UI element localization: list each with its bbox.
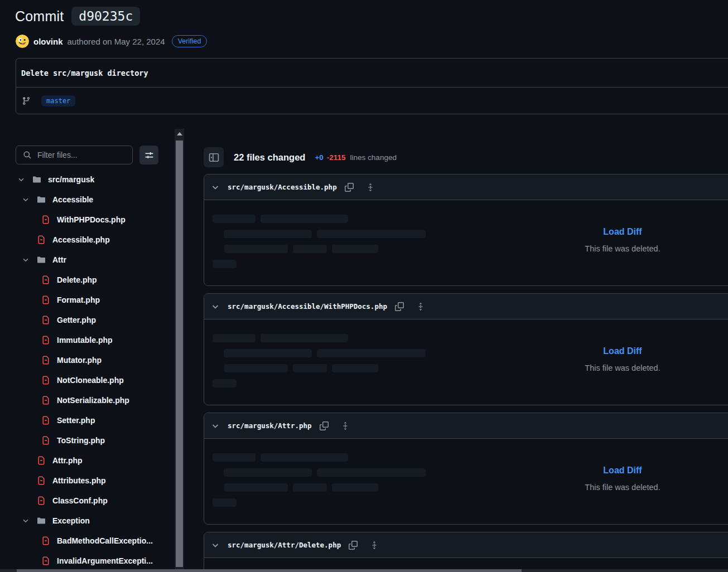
filter-options-button[interactable]	[139, 146, 158, 164]
file-diff-header[interactable]: src/margusk/Accessible.php	[204, 174, 728, 200]
search-icon	[23, 151, 32, 159]
skeleton-bar	[213, 260, 237, 268]
tree-item-label: InvalidArgumentExcepti...	[57, 556, 153, 565]
file-deleted-icon	[41, 556, 50, 565]
collapse-file-tree-button[interactable]	[204, 147, 224, 167]
skeleton-bar	[293, 364, 327, 372]
skeleton-bar	[224, 364, 288, 372]
tree-item-folder[interactable]: Attr	[0, 250, 175, 270]
load-diff-link[interactable]: Load Diff	[585, 227, 660, 237]
file-path: src/margusk/Accessible.php	[228, 183, 337, 191]
page-title: Commit	[15, 8, 64, 25]
file-diff-card: src/margusk/Accessible/WithPHPDocs.php	[204, 293, 728, 405]
commit-hash-badge: d90235c	[71, 7, 140, 26]
collapse-diff-button[interactable]	[211, 541, 220, 550]
copy-path-button[interactable]	[345, 183, 354, 192]
verified-badge[interactable]: Verified	[172, 35, 208, 47]
author-link[interactable]: olovink	[33, 37, 63, 46]
horizontal-scrollbar-thumb[interactable]	[17, 569, 522, 572]
tree-item-file[interactable]: Accessible.php	[0, 230, 175, 250]
tree-item-file[interactable]: BadMethodCallExceptio...	[0, 531, 175, 551]
skeleton-bar	[224, 349, 312, 357]
chevron-down-icon	[17, 175, 26, 184]
scrollbar-up-arrow-icon[interactable]	[175, 129, 184, 139]
tree-item-label: Attr.php	[52, 456, 83, 465]
authored-text: authored on May 22, 2024	[68, 37, 165, 46]
tree-item-label: Delete.php	[57, 275, 97, 284]
tree-item-file[interactable]: NotCloneable.php	[0, 370, 175, 390]
additions-count: +0	[315, 153, 323, 162]
folder-icon	[32, 175, 41, 184]
tree-item-file[interactable]: ToString.php	[0, 430, 175, 450]
collapse-diff-button[interactable]	[211, 183, 220, 192]
file-diff-card: src/margusk/Attr/Delete.php	[204, 532, 728, 572]
drag-grabber-button[interactable]	[416, 302, 425, 311]
file-deleted-icon	[41, 356, 50, 365]
tree-item-file[interactable]: ClassConf.php	[0, 491, 175, 511]
file-diff-body: Load Diff This file was deleted.	[204, 319, 728, 405]
tree-item-file[interactable]: Attributes.php	[0, 471, 175, 491]
branch-label[interactable]: master	[41, 95, 75, 106]
scrollbar-thumb[interactable]	[176, 140, 183, 567]
copy-path-button[interactable]	[349, 541, 358, 550]
tree-item-file[interactable]: NotSerializable.php	[0, 390, 175, 410]
diff-panel: 22 files changed +0 -2115 lines changed …	[184, 128, 728, 572]
copy-icon	[349, 541, 358, 550]
avatar[interactable]	[16, 35, 29, 48]
copy-path-button[interactable]	[320, 421, 329, 430]
tree-item-folder[interactable]: Exception	[0, 511, 175, 531]
tree-item-file[interactable]: Immutable.php	[0, 330, 175, 350]
filter-input-wrap	[16, 146, 133, 164]
sidebar-scrollbar[interactable]	[175, 129, 184, 569]
skeleton-bar	[224, 245, 288, 253]
skeleton-bar	[224, 468, 312, 477]
tree-item-folder[interactable]: Accessible	[0, 190, 175, 210]
tree-item-folder[interactable]: src/margusk	[0, 169, 175, 190]
load-diff-column: Load Diff This file was deleted.	[585, 227, 660, 253]
skeleton-bar	[224, 230, 312, 238]
file-diff-header[interactable]: src/margusk/Accessible/WithPHPDocs.php	[204, 294, 728, 319]
drag-grabber-icon	[416, 302, 425, 311]
file-diff-header[interactable]: src/margusk/Attr.php	[204, 413, 728, 439]
tree-item-file[interactable]: Delete.php	[0, 270, 175, 290]
load-diff-link[interactable]: Load Diff	[585, 346, 660, 356]
skeleton-bar	[293, 483, 327, 492]
file-deleted-icon	[37, 235, 46, 244]
filter-files-input[interactable]	[16, 146, 133, 164]
collapse-diff-button[interactable]	[211, 421, 220, 430]
drag-grabber-icon	[370, 541, 379, 550]
skeleton-bar	[332, 245, 378, 253]
drag-grabber-button[interactable]	[366, 183, 375, 192]
file-diff-list: src/margusk/Accessible.php	[204, 174, 728, 572]
tree-item-file[interactable]: Getter.php	[0, 310, 175, 330]
chevron-down-icon	[21, 255, 30, 264]
drag-grabber-icon	[366, 183, 375, 192]
drag-grabber-button[interactable]	[370, 541, 379, 550]
drag-grabber-icon	[341, 421, 350, 430]
collapse-diff-button[interactable]	[211, 302, 220, 311]
tree-item-file[interactable]: Format.php	[0, 290, 175, 310]
horizontal-scrollbar[interactable]	[0, 569, 728, 572]
drag-grabber-button[interactable]	[341, 421, 350, 430]
file-deleted-icon	[41, 295, 50, 304]
tree-item-label: src/margusk	[48, 175, 94, 184]
tree-item-file[interactable]: Attr.php	[0, 450, 175, 471]
tree-item-label: ClassConf.php	[52, 496, 108, 505]
skeleton-bar	[261, 453, 348, 462]
tree-item-label: Getter.php	[57, 316, 96, 324]
tree-item-file[interactable]: Mutator.php	[0, 350, 175, 370]
tree-item-file[interactable]: InvalidArgumentExcepti...	[0, 551, 175, 571]
copy-path-button[interactable]	[395, 302, 404, 311]
tree-item-label: NotCloneable.php	[57, 376, 124, 385]
tree-item-file[interactable]: WithPHPDocs.php	[0, 210, 175, 230]
folder-icon	[37, 516, 46, 525]
load-diff-link[interactable]: Load Diff	[585, 466, 660, 476]
skeleton-bar	[213, 379, 237, 387]
tree-item-label: WithPHPDocs.php	[57, 215, 126, 224]
skeleton-bar	[213, 334, 255, 342]
file-diff-header[interactable]: src/margusk/Attr/Delete.php	[204, 532, 728, 558]
file-deleted-icon	[37, 476, 46, 485]
tree-item-file[interactable]: Setter.php	[0, 410, 175, 430]
file-tree: src/margusk Accessible WithPHPDocs.	[0, 169, 175, 571]
skeleton-bar	[261, 215, 348, 223]
